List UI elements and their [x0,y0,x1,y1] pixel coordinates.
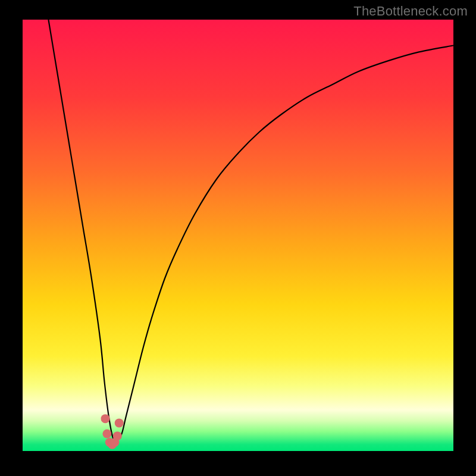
gradient-background [23,20,453,451]
plot-area [23,20,453,451]
watermark-text: TheBottleneck.com [353,4,468,19]
bottleneck-chart [23,20,453,451]
valley-dot [115,418,124,427]
valley-dot [101,414,110,423]
chart-frame: TheBottleneck.com [0,0,476,476]
valley-dot [113,431,122,440]
valley-dot [102,430,111,439]
